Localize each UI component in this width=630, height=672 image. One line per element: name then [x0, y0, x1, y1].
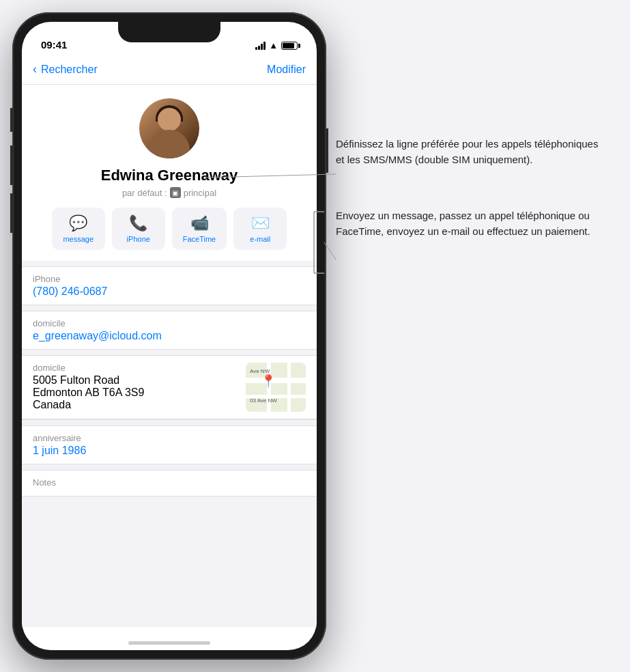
avatar [139, 98, 199, 158]
avatar-face [158, 108, 181, 131]
sim-annotation: Définissez la ligne préférée pour les ap… [336, 137, 609, 167]
notch [118, 22, 220, 42]
sim-annotation-text: Définissez la ligne préférée pour les ap… [336, 137, 609, 167]
address-item: domicile 5005 Fulton Road Edmonton AB T6… [22, 356, 317, 419]
action-buttons: 💬 message 📞 iPhone 📹 FaceTime ✉️ e-mail [52, 208, 287, 250]
birthday-value[interactable]: 1 juin 1986 [33, 445, 306, 457]
power-button [326, 128, 328, 173]
notes-label: Notes [33, 477, 306, 488]
map-thumbnail[interactable]: 📍 Ave NW 03 Ave NW [246, 363, 306, 412]
phone-section: iPhone (780) 246-0687 [22, 266, 317, 305]
message-icon: 💬 [69, 214, 87, 232]
phone-label: iPhone [127, 235, 150, 243]
battery-icon [281, 42, 298, 50]
email-button[interactable]: ✉️ e-mail [233, 208, 287, 250]
home-indicator [128, 641, 210, 645]
actions-annotation: Envoyez un message, passez un appel télé… [336, 208, 609, 239]
volume-up-button [10, 145, 13, 185]
email-section: domicile e_greenaway@icloud.com [22, 311, 317, 350]
phone-label-field: iPhone [33, 274, 306, 284]
message-label: message [63, 235, 94, 243]
map-pin-icon: 📍 [261, 374, 276, 389]
address-line1[interactable]: 5005 Fulton Road [33, 374, 144, 387]
default-line-label: par défaut : [122, 188, 167, 198]
avatar-section: Edwina Greenaway par défaut : principal … [22, 85, 317, 261]
sim-badge [170, 187, 181, 198]
avatar-body [149, 130, 190, 158]
annotations: Définissez la ligne préférée pour les ap… [336, 137, 609, 258]
facetime-label: FaceTime [183, 235, 216, 243]
address-label: domicile [33, 363, 144, 373]
mute-button [10, 108, 13, 132]
phone-item: iPhone (780) 246-0687 [22, 267, 317, 305]
birthday-item: anniversaire 1 juin 1986 [22, 426, 317, 464]
nav-bar: ‹ Rechercher Modifier [22, 55, 317, 85]
map-label-bottom: 03 Ave NW [250, 397, 277, 404]
notes-section: Notes [22, 470, 317, 496]
map-label-top: Ave NW [250, 368, 270, 374]
email-item: domicile e_greenaway@icloud.com [22, 311, 317, 349]
email-value[interactable]: e_greenaway@icloud.com [33, 330, 306, 342]
actions-annotation-text: Envoyez un message, passez un appel télé… [336, 208, 609, 239]
signal-icon [255, 42, 266, 50]
phone-value[interactable]: (780) 246-0687 [33, 285, 306, 298]
address-line3[interactable]: Canada [33, 399, 144, 411]
contact-name: Edwina Greenaway [101, 167, 238, 184]
back-button[interactable]: ‹ Rechercher [33, 62, 98, 76]
address-text: domicile 5005 Fulton Road Edmonton AB T6… [33, 363, 144, 411]
birthday-label: anniversaire [33, 433, 306, 443]
wifi-icon: ▲ [269, 40, 278, 51]
phone-icon: 📞 [129, 214, 147, 232]
facetime-icon: 📹 [190, 214, 209, 232]
edit-button[interactable]: Modifier [267, 64, 306, 76]
email-icon: ✉️ [251, 214, 270, 232]
facetime-button[interactable]: 📹 FaceTime [172, 208, 227, 250]
chevron-left-icon: ‹ [33, 62, 37, 76]
message-button[interactable]: 💬 message [52, 208, 105, 250]
contact-content[interactable]: Edwina Greenaway par défaut : principal … [22, 85, 317, 627]
phone-screen: 09:41 ▲ ‹ Rechercher Modifier [22, 22, 317, 650]
status-time: 09:41 [41, 39, 67, 51]
email-label-field: domicile [33, 318, 306, 328]
phone-button[interactable]: 📞 iPhone [112, 208, 165, 250]
email-label: e-mail [250, 235, 270, 243]
volume-down-button [10, 193, 13, 233]
address-line2[interactable]: Edmonton AB T6A 3S9 [33, 387, 144, 399]
birthday-section: anniversaire 1 juin 1986 [22, 425, 317, 464]
contact-default-line: par défaut : principal [122, 187, 216, 198]
default-line-value: principal [184, 188, 216, 198]
status-icons: ▲ [255, 40, 298, 51]
back-label: Rechercher [41, 64, 98, 76]
address-section: domicile 5005 Fulton Road Edmonton AB T6… [22, 355, 317, 420]
map-road-v2 [287, 363, 291, 412]
phone-shell: 09:41 ▲ ‹ Rechercher Modifier [12, 12, 326, 660]
